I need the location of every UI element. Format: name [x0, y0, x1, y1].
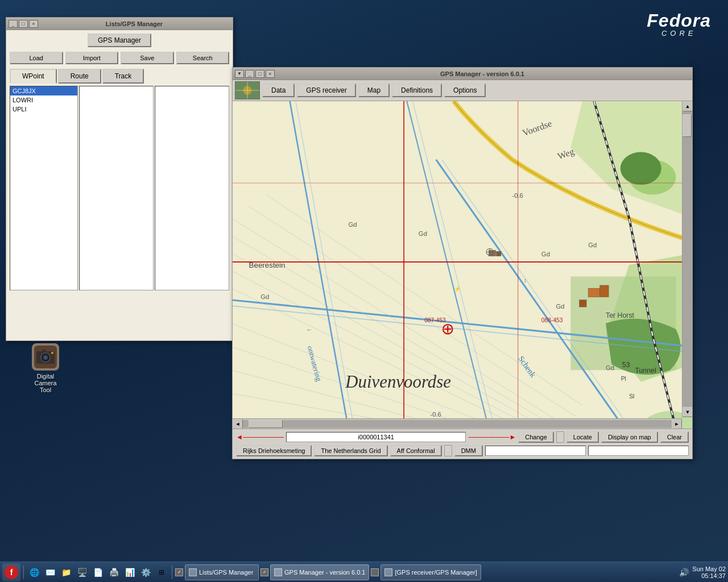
taskbar-btn-lists-label: Lists/GPS Manager: [199, 569, 253, 576]
ql-grid[interactable]: ⊞: [154, 565, 169, 580]
taskbar-windows: ✓ Lists/GPS Manager ✓ GPS Manager - vers…: [175, 564, 481, 580]
svg-rect-36: [497, 251, 501, 256]
menu-options-btn[interactable]: Options: [444, 84, 486, 97]
map-area[interactable]: Voordse Weg Beerestein Gemeente Ter Hors…: [233, 101, 692, 429]
display-on-map-btn[interactable]: Display on map: [601, 431, 658, 443]
taskbar-btn-gps-v6[interactable]: GPS Manager - version 6.0.1: [270, 564, 369, 580]
svg-text:Sl: Sl: [629, 393, 634, 400]
proj-input-2[interactable]: [588, 446, 689, 456]
ql-files[interactable]: 📁: [59, 565, 73, 580]
taskbar-btn-lists[interactable]: Lists/GPS Manager: [185, 564, 259, 580]
change-btn[interactable]: Change: [518, 431, 554, 443]
coord-row: ◄—————— ——————► Change Locate Display on…: [236, 431, 689, 443]
gps-v6-minimize-btn[interactable]: _: [245, 70, 254, 78]
gps-v6-maximize-btn[interactable]: □: [255, 70, 264, 78]
ql-browser[interactable]: 🌐: [27, 565, 42, 580]
scroll-track-v[interactable]: [682, 111, 692, 407]
ql-settings[interactable]: ⚙️: [138, 565, 153, 580]
load-btn[interactable]: Load: [10, 52, 63, 64]
menu-map-btn[interactable]: Map: [358, 84, 390, 97]
svg-point-84: [44, 356, 47, 359]
route-list[interactable]: [79, 86, 154, 290]
taskbar-checkbox-2[interactable]: ✓: [260, 568, 268, 576]
gps-v6-title: GPS Manager - version 6.0.1: [275, 70, 690, 77]
menu-definitions-btn[interactable]: Definitions: [392, 84, 442, 97]
proj-small-btn[interactable]: [444, 445, 452, 456]
taskbar-btn-gps-receiver[interactable]: [GPS receiver/GPS Manager]: [380, 564, 481, 580]
camera-tool-icon[interactable]: Digital CameraTool: [23, 341, 68, 396]
svg-text:088-453: 088-453: [541, 317, 563, 323]
taskbar-checkbox-3[interactable]: [371, 568, 379, 576]
camera-tool-label: Digital CameraTool: [25, 373, 66, 393]
taskbar-right: 🔊 Sun May 02 05:14:37: [679, 566, 726, 579]
ql-print[interactable]: 🖨️: [106, 565, 121, 580]
svg-text:Gd: Gd: [260, 293, 269, 300]
proj-input-1[interactable]: [485, 446, 586, 456]
rdm-btn[interactable]: Rijks Driehoeksmeting: [236, 445, 312, 456]
tab-route[interactable]: Route: [58, 69, 101, 84]
dmm-btn[interactable]: DMM: [454, 445, 483, 456]
ql-doc[interactable]: 📄: [90, 565, 105, 580]
svg-rect-37: [588, 288, 600, 297]
scroll-track-h[interactable]: [243, 420, 672, 428]
gps-v6-close-btn[interactable]: ×: [266, 70, 275, 78]
scroll-thumb-h[interactable]: [249, 420, 283, 428]
svg-text:←: ←: [306, 326, 312, 333]
waypoint-list[interactable]: GCJ8JX LOWRI UPLI: [10, 86, 78, 290]
scroll-right-arrow[interactable]: ►: [672, 419, 682, 429]
svg-text:⚡: ⚡: [454, 285, 461, 293]
netherlands-grid-btn[interactable]: The Netherlands Grid: [314, 445, 387, 456]
svg-text:Duivenvoordse: Duivenvoordse: [345, 372, 451, 392]
gps-v6-iconify-btn[interactable]: ▼: [235, 70, 244, 78]
taskbar-time: 05:14:37: [692, 572, 726, 579]
waypoint-item-upli[interactable]: UPLI: [10, 105, 77, 114]
svg-text:Ter Horst: Ter Horst: [606, 311, 635, 319]
svg-rect-38: [600, 285, 609, 297]
ql-email[interactable]: ✉️: [43, 565, 57, 580]
scroll-up-arrow[interactable]: ▲: [682, 101, 692, 111]
search-btn[interactable]: Search: [176, 52, 230, 64]
waypoint-item-gcj8jx[interactable]: GCJ8JX: [10, 86, 77, 95]
tab-wpoint[interactable]: WPoint: [10, 69, 57, 84]
waypoint-item-lowri[interactable]: LOWRI: [10, 95, 77, 105]
svg-text:↑: ↑: [316, 256, 320, 263]
taskbar-win-icon-gps-v6: [274, 568, 282, 576]
taskbar-win-icon-gps-receiver: [384, 568, 392, 576]
track-list[interactable]: [155, 86, 229, 290]
taskbar-window-check-3: [371, 568, 379, 576]
clear-btn[interactable]: Clear: [660, 431, 689, 443]
coord-left-arrow: ◄——————: [236, 433, 284, 441]
start-button[interactable]: f: [2, 563, 20, 581]
menu-data-btn[interactable]: Data: [262, 84, 295, 97]
gps-v6-titlebar: ▼ _ □ × GPS Manager - version 6.0.1: [233, 68, 692, 80]
taskbar-window-check-2: ✓: [260, 568, 268, 576]
scroll-down-arrow[interactable]: ▼: [682, 407, 692, 417]
volume-icon[interactable]: 🔊: [679, 568, 689, 577]
ql-chart[interactable]: 📊: [122, 565, 137, 580]
coord-input[interactable]: [286, 432, 466, 442]
map-scrollbar-right[interactable]: ▲ ▼: [682, 101, 692, 417]
tab-track[interactable]: Track: [102, 69, 144, 84]
camera-icon-img: [32, 343, 59, 371]
taskbar-checkbox-1[interactable]: ✓: [175, 568, 183, 576]
import-btn[interactable]: Import: [65, 52, 119, 64]
save-btn[interactable]: Save: [121, 52, 174, 64]
taskbar: f 🌐 ✉️ 📁 🖥️ 📄 🖨️ 📊 ⚙️ ⊞ ✓ Lists/GPS Mana…: [0, 562, 728, 582]
locate-btn[interactable]: Locate: [566, 431, 599, 443]
taskbar-win-icon-lists: [189, 568, 197, 576]
lists-close-btn[interactable]: ×: [29, 20, 38, 28]
ql-terminal[interactable]: 🖥️: [75, 565, 89, 580]
lists-minimize-btn[interactable]: _: [9, 20, 18, 28]
gps-v6-menu: Data GPS receiver Map Definitions Option…: [233, 80, 692, 101]
menu-gps-receiver-btn[interactable]: GPS receiver: [297, 84, 355, 97]
scroll-left-arrow[interactable]: ◄: [233, 419, 243, 429]
svg-point-11: [621, 152, 661, 185]
coord-small-btn[interactable]: [556, 431, 564, 443]
map-scrollbar-bottom[interactable]: ◄ ►: [233, 418, 682, 429]
aff-conformal-btn[interactable]: Aff Conformal: [390, 445, 442, 456]
svg-rect-85: [42, 350, 46, 352]
toolbar-row: Load Import Save Search: [10, 52, 229, 64]
gps-manager-btn[interactable]: GPS Manager: [88, 34, 151, 47]
lists-maximize-btn[interactable]: □: [19, 20, 28, 28]
scroll-thumb-v[interactable]: [682, 114, 692, 137]
